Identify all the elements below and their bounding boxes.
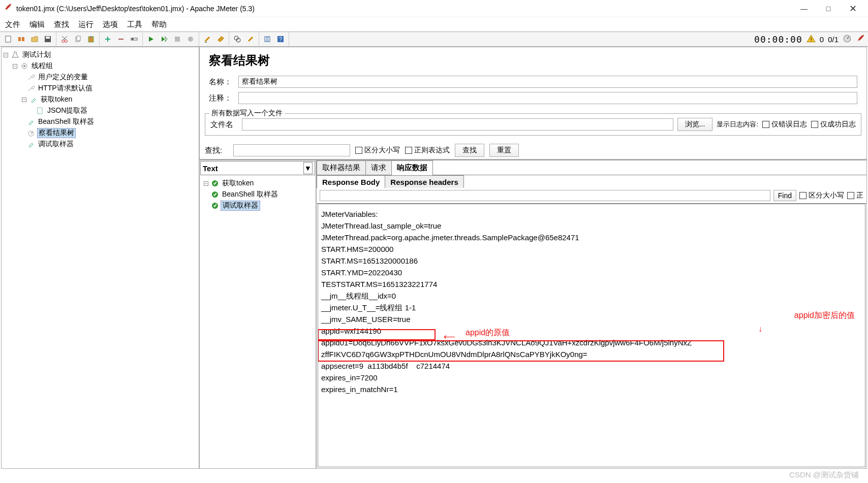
- menu-run[interactable]: 运行: [78, 20, 94, 29]
- tree-toggle-icon[interactable]: −: [22, 98, 26, 102]
- chevron-down-icon[interactable]: ▾: [303, 162, 313, 174]
- window-titlebar: token01.jmx (C:\Users\Jeff\Desktop\test\…: [0, 0, 868, 17]
- detail-subtabs: Response Body Response headers: [317, 175, 866, 188]
- feather-status-icon: [856, 34, 865, 45]
- save-icon[interactable]: [42, 33, 54, 45]
- tab-response-data[interactable]: 响应数据: [391, 160, 433, 175]
- reset-button[interactable]: 重置: [489, 144, 519, 157]
- annotation-label-original: appid的原值: [466, 327, 510, 338]
- name-input[interactable]: [238, 76, 857, 88]
- menu-tools[interactable]: 工具: [127, 20, 142, 29]
- comment-input[interactable]: [238, 92, 857, 104]
- menu-options[interactable]: 选项: [103, 20, 118, 29]
- tree-toggle-icon[interactable]: −: [13, 64, 17, 69]
- tab-response-body[interactable]: Response Body: [317, 175, 385, 188]
- toggle-icon[interactable]: [128, 33, 140, 45]
- window-close-button[interactable]: ✕: [848, 4, 858, 14]
- menu-help[interactable]: 帮助: [151, 20, 167, 29]
- templates-icon[interactable]: [15, 33, 27, 45]
- menu-find[interactable]: 查找: [54, 20, 69, 29]
- search-button[interactable]: 查找: [455, 144, 484, 157]
- only-success-checkbox[interactable]: 仅成功日志: [811, 120, 856, 129]
- test-plan-tree[interactable]: − 测试计划 − 线程组 用户定义的变量 HTTP请求默认值 − 获取token…: [2, 47, 200, 468]
- menu-edit[interactable]: 编辑: [29, 20, 45, 29]
- result-label[interactable]: 获取token: [221, 179, 255, 188]
- tree-http-defaults[interactable]: HTTP请求默认值: [37, 84, 94, 93]
- find-input[interactable]: [320, 190, 770, 201]
- svg-point-23: [23, 65, 25, 67]
- tree-user-vars[interactable]: 用户定义的变量: [37, 73, 89, 82]
- gear-icon: [20, 62, 28, 70]
- tree-beanshell[interactable]: BeanShell 取样器: [37, 117, 95, 126]
- tree-toggle-icon[interactable]: −: [204, 181, 208, 186]
- clear-icon[interactable]: [201, 33, 213, 45]
- result-label[interactable]: BeanShell 取样器: [221, 190, 280, 199]
- search-icon[interactable]: [231, 33, 243, 45]
- name-label: 名称：: [209, 77, 238, 87]
- success-icon: [211, 191, 219, 198]
- menu-file[interactable]: 文件: [5, 20, 20, 29]
- menubar: 文件 编辑 查找 运行 选项 工具 帮助: [0, 17, 868, 31]
- run-no-pause-icon[interactable]: [158, 33, 170, 45]
- svg-rect-2: [22, 37, 24, 41]
- result-item: − 获取token: [201, 178, 315, 189]
- svg-point-14: [188, 37, 193, 42]
- svg-point-12: [132, 38, 134, 40]
- new-file-icon[interactable]: [2, 33, 14, 45]
- success-icon: [211, 202, 219, 209]
- svg-text:!: !: [810, 36, 812, 42]
- collapse-icon[interactable]: [115, 33, 127, 45]
- expand-icon[interactable]: [102, 33, 114, 45]
- page-icon: [36, 107, 44, 115]
- renderer-value: Text: [203, 164, 218, 173]
- svg-point-6: [65, 40, 68, 43]
- wrench-icon: [27, 73, 35, 81]
- tree-toggle-icon[interactable]: −: [4, 53, 8, 57]
- tree-view-results[interactable]: 察看结果树: [37, 128, 76, 138]
- case-checkbox[interactable]: 区分大小写: [355, 146, 400, 155]
- beaker-icon: [11, 51, 19, 59]
- find-regex-checkbox[interactable]: 正: [847, 191, 863, 200]
- tree-get-token[interactable]: 获取token: [40, 95, 73, 104]
- copy-icon[interactable]: [72, 33, 84, 45]
- run-icon[interactable]: [145, 33, 157, 45]
- window-maximize-button[interactable]: □: [823, 4, 833, 14]
- timer-text: 00:00:00: [754, 34, 802, 45]
- tree-test-plan[interactable]: 测试计划: [21, 50, 52, 59]
- regex-checkbox[interactable]: 正则表达式: [405, 146, 450, 155]
- result-label[interactable]: 调试取样器: [221, 201, 260, 211]
- window-title: token01.jmx (C:\Users\Jeff\Desktop\test\…: [16, 5, 799, 13]
- search-input[interactable]: [233, 144, 350, 156]
- tree-thread-group[interactable]: 线程组: [30, 61, 54, 71]
- svg-text:?: ?: [279, 36, 282, 42]
- thread-count: 0/1: [828, 35, 839, 44]
- wrench-icon: [27, 84, 35, 92]
- function-helper-icon[interactable]: [261, 33, 273, 45]
- stop-icon[interactable]: [171, 33, 183, 45]
- svg-rect-13: [175, 37, 180, 42]
- filename-input[interactable]: [242, 118, 673, 131]
- clear-all-icon[interactable]: [214, 33, 227, 45]
- paste-icon[interactable]: [85, 33, 97, 45]
- renderer-combo[interactable]: Text ▾: [200, 161, 315, 175]
- find-button[interactable]: Find: [773, 190, 796, 201]
- window-minimize-button[interactable]: —: [799, 4, 809, 14]
- tab-request[interactable]: 请求: [365, 160, 392, 175]
- show-log-label: 显示日志内容:: [717, 120, 758, 129]
- annotation-label-encrypted: appid加密后的值: [593, 309, 855, 321]
- tab-sampler-result[interactable]: 取样器结果: [317, 160, 366, 175]
- tree-debug-sampler[interactable]: 调试取样器: [37, 140, 75, 149]
- reset-search-icon[interactable]: [244, 33, 257, 45]
- help-icon[interactable]: ?: [274, 33, 287, 45]
- result-item: 调试取样器: [201, 200, 315, 211]
- only-error-checkbox[interactable]: 仅错误日志: [762, 120, 807, 129]
- result-tree[interactable]: − 获取token BeanShell 取样器 调试取样器: [200, 176, 316, 468]
- find-case-checkbox[interactable]: 区分大小写: [799, 191, 844, 200]
- tree-json-extractor[interactable]: JSON提取器: [46, 106, 88, 115]
- browse-button[interactable]: 浏览...: [677, 118, 713, 131]
- shutdown-icon[interactable]: [184, 33, 197, 45]
- response-body-text[interactable]: JMeterVariables: JMeterThread.last_sampl…: [318, 204, 865, 467]
- tab-response-headers[interactable]: Response headers: [385, 175, 463, 188]
- cut-icon[interactable]: [58, 33, 71, 45]
- open-icon[interactable]: [28, 33, 41, 45]
